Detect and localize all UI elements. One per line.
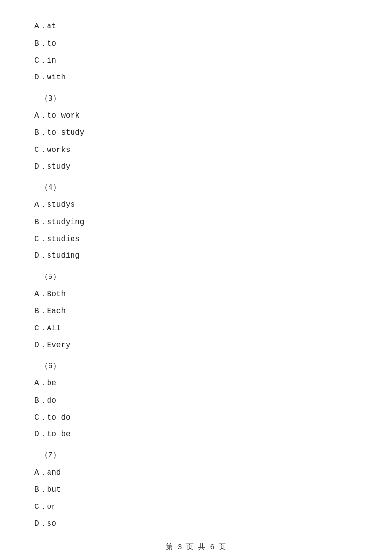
answer-option-q5c: C．All: [34, 322, 358, 336]
page-footer: 第 3 页 共 6 页: [0, 542, 392, 552]
answer-option-q7a: A．and: [34, 466, 358, 480]
answer-option-q6d: D．to be: [34, 428, 358, 442]
answer-option-q4a: A．studys: [34, 198, 358, 212]
answer-option-q6b: B．do: [34, 394, 358, 408]
answer-option-q3d: D．study: [34, 160, 358, 174]
answer-option-q5b: B．Each: [34, 304, 358, 319]
answer-option-q1a: A．at: [34, 20, 358, 34]
answer-option-q3b: B．to study: [34, 126, 358, 140]
answer-option-q6c: C．to do: [34, 411, 358, 425]
answer-option-q7b: B．but: [34, 483, 358, 497]
answer-option-q6a: A．be: [34, 377, 358, 391]
answer-option-q5d: D．Every: [34, 338, 358, 353]
answer-option-q7c: C．or: [34, 500, 358, 514]
section-number-3: （4）: [34, 181, 358, 195]
answer-option-q1b: B．to: [34, 37, 358, 51]
answer-option-q3a: A．to work: [34, 109, 358, 123]
answer-option-q3c: C．works: [34, 143, 358, 157]
main-content: A．atB．toC．inD．with（3）A．to workB．to study…: [0, 0, 392, 555]
section-number-4: （5）: [34, 270, 358, 284]
section-number-6: （7）: [34, 449, 358, 463]
answer-option-q4c: C．studies: [34, 232, 358, 247]
answer-option-q4d: D．studing: [34, 249, 358, 263]
answer-option-q5a: A．Both: [34, 287, 358, 302]
answer-option-q4b: B．studying: [34, 215, 358, 229]
answer-option-q1c: C．in: [34, 54, 358, 68]
answer-option-q7d: D．so: [34, 517, 358, 531]
answer-option-q1d: D．with: [34, 71, 358, 85]
section-number-5: （6）: [34, 359, 358, 374]
section-number-2: （3）: [34, 92, 358, 106]
